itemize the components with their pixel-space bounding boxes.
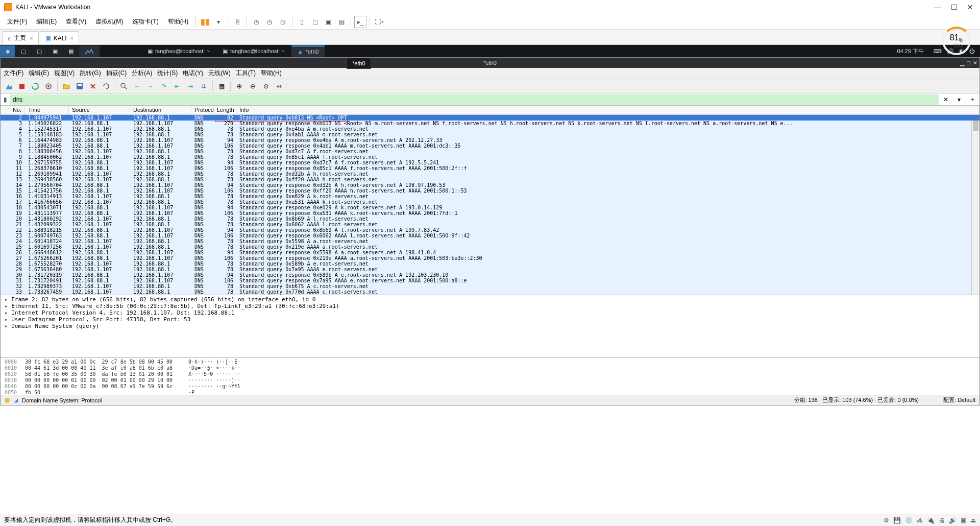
taskbtn-ws[interactable]: [79, 45, 100, 57]
task-wireshark[interactable]: ▲*eth0: [291, 45, 325, 57]
console-button[interactable]: ▸_: [354, 16, 366, 28]
stop-button[interactable]: [16, 80, 28, 92]
packet-row[interactable]: 221.588918215192.168.88.1192.168.1.107DN…: [1, 227, 979, 233]
menu-item[interactable]: 文件(F): [3, 15, 31, 28]
packet-row[interactable]: 161.416314913192.168.1.107192.168.88.1DN…: [1, 194, 979, 199]
packet-row[interactable]: 181.430543071192.168.88.1192.168.1.107DN…: [1, 205, 979, 210]
packet-row[interactable]: 291.675636480192.168.1.107192.168.88.1DN…: [1, 267, 979, 272]
close-icon[interactable]: ×: [30, 35, 33, 41]
packet-details[interactable]: Frame 2: 82 bytes on wire (656 bits), 82…: [1, 295, 979, 358]
device-icon[interactable]: 💾: [893, 517, 901, 524]
layout3-button[interactable]: ▣: [322, 16, 334, 28]
ws-maximize[interactable]: ◻: [966, 60, 971, 66]
ws-menu-item[interactable]: 无线(W): [208, 69, 230, 78]
status-profile[interactable]: 配置: Default: [943, 396, 975, 404]
packet-row[interactable]: 61.164474983192.168.88.1192.168.1.107DNS…: [1, 137, 979, 143]
clock2-icon[interactable]: ◷: [263, 16, 276, 28]
packet-row[interactable]: 171.416766656192.168.1.107192.168.88.1DN…: [1, 199, 979, 205]
ws-menu-item[interactable]: 工具(T): [236, 69, 256, 78]
packet-row[interactable]: 321.732980373192.168.1.107192.168.88.1DN…: [1, 283, 979, 289]
ws-minimize[interactable]: ▁: [960, 60, 964, 66]
packet-row[interactable]: 151.415421756192.168.88.1192.168.1.107DN…: [1, 188, 979, 194]
go-forward-button[interactable]: →: [144, 80, 157, 92]
detail-tree-item[interactable]: Internet Protocol Version 4, Src: 192.16…: [5, 309, 975, 316]
zoom-reset-button[interactable]: ⊜: [260, 80, 272, 92]
bookmark-icon[interactable]: ▮: [1, 94, 10, 105]
packet-row[interactable]: 301.731720319192.168.88.1192.168.1.107DN…: [1, 272, 979, 278]
layout1-button[interactable]: ▯: [296, 16, 308, 28]
packet-row[interactable]: 331.733267459192.168.1.107192.168.88.1DN…: [1, 289, 979, 295]
device-icon[interactable]: 🖧: [917, 517, 923, 524]
keyboard-icon[interactable]: ⌨: [934, 48, 942, 55]
packet-row[interactable]: 31.145026822192.168.88.1192.168.1.107DNS…: [1, 121, 979, 126]
pause-button[interactable]: ▮▮: [199, 16, 211, 28]
clock3-icon[interactable]: ◷: [277, 16, 289, 28]
go-last-button[interactable]: ⇥: [184, 80, 197, 92]
packet-list-header[interactable]: No. Time Source Destination Protocol Len…: [1, 106, 979, 115]
detail-tree-item[interactable]: Domain Name System (query): [5, 323, 975, 329]
clock1-icon[interactable]: ◷: [250, 16, 262, 28]
close-button[interactable]: ✕: [967, 4, 974, 11]
minimize-button[interactable]: —: [934, 4, 941, 11]
task-terminal-2[interactable]: ▣tanghao@localhost: ~: [216, 45, 291, 57]
device-icon[interactable]: 🔊: [949, 517, 957, 524]
packet-row[interactable]: 201.431800292192.168.1.107192.168.88.1DN…: [1, 216, 979, 222]
packet-row[interactable]: 111.268378610192.168.88.1192.168.1.107DN…: [1, 165, 979, 171]
colorize-button[interactable]: ▦: [215, 80, 228, 92]
menu-item[interactable]: 虚拟机(M): [91, 15, 127, 28]
ws-menu-item[interactable]: 统计(S): [157, 69, 178, 78]
ws-menu-item[interactable]: 捕获(C): [106, 69, 127, 78]
packet-row[interactable]: 241.601418724192.168.1.107192.168.88.1DN…: [1, 238, 979, 244]
packet-row[interactable]: 121.269109941192.168.1.107192.168.88.1DN…: [1, 171, 979, 177]
task-terminal-1[interactable]: ▣tanghao@localhost: ~: [141, 45, 216, 57]
packet-row[interactable]: 271.675266201192.168.88.1192.168.1.107DN…: [1, 255, 979, 261]
packet-row[interactable]: 41.152745317192.168.1.107192.168.88.1DNS…: [1, 126, 979, 132]
taskbtn-2[interactable]: ▢: [32, 45, 47, 57]
menu-item[interactable]: 编辑(E): [32, 15, 61, 28]
options-button[interactable]: [42, 80, 55, 92]
power-icon[interactable]: ⏻: [969, 48, 975, 55]
device-icon[interactable]: 🔌: [927, 517, 935, 524]
packet-row[interactable]: 101.267159755192.168.88.1192.168.1.107DN…: [1, 160, 979, 165]
power-dropdown[interactable]: ▾: [212, 16, 225, 28]
packet-row[interactable]: 251.601697256192.168.1.107192.168.88.1DN…: [1, 244, 979, 250]
layout4-button[interactable]: ▤: [335, 16, 348, 28]
maximize-button[interactable]: ☐: [950, 4, 958, 11]
add-filter-button[interactable]: ＋: [966, 93, 978, 106]
apply-filter-button[interactable]: ▾: [953, 93, 965, 106]
taskbtn-1[interactable]: ▢: [16, 45, 31, 57]
tab-home[interactable]: ⌂ 主页 ×: [2, 31, 39, 44]
expert-led-icon[interactable]: [5, 398, 10, 403]
ws-close[interactable]: ✕: [973, 60, 977, 66]
device-icon[interactable]: 💿: [905, 517, 913, 524]
taskbtn-3[interactable]: ▣: [47, 45, 63, 57]
restart-button[interactable]: [29, 80, 41, 92]
ws-menu-item[interactable]: 分析(A): [132, 69, 152, 78]
taskbtn-4[interactable]: ▦: [63, 45, 79, 57]
packet-row[interactable]: 91.188450062192.168.1.107192.168.88.1DNS…: [1, 154, 979, 160]
layout2-button[interactable]: ▢: [309, 16, 321, 28]
detail-tree-item[interactable]: User Datagram Protocol, Src Port: 47358,…: [5, 316, 975, 323]
tab-kali[interactable]: ▣ KALI ×: [40, 31, 79, 44]
zoom-in-button[interactable]: ⊕: [233, 80, 246, 92]
ws-menu-item[interactable]: 文件(F): [4, 69, 23, 78]
packet-row[interactable]: 281.675528270192.168.1.107192.168.88.1DN…: [1, 261, 979, 267]
packet-row[interactable]: 261.666448612192.168.88.1192.168.1.107DN…: [1, 250, 979, 255]
packet-row[interactable]: 141.279560704192.168.88.1192.168.1.107DN…: [1, 182, 979, 188]
menu-item[interactable]: 查看(V): [62, 15, 90, 28]
device-icon[interactable]: ⏏: [970, 517, 976, 524]
autoscroll-button[interactable]: ⇊: [198, 80, 210, 92]
clear-filter-button[interactable]: ✕: [940, 93, 952, 106]
find-button[interactable]: [118, 80, 130, 92]
close-icon[interactable]: ×: [70, 35, 74, 41]
fullscreen-button[interactable]: ⛶▾: [373, 16, 385, 28]
ws-menu-item[interactable]: 帮助(H): [261, 69, 282, 78]
device-icon[interactable]: 🖨: [939, 517, 945, 524]
detail-tree-item[interactable]: Frame 2: 82 bytes on wire (656 bits), 82…: [5, 296, 975, 303]
clock[interactable]: 04:29 下午: [893, 47, 928, 55]
device-icon[interactable]: ⚙: [884, 517, 889, 524]
packet-row[interactable]: 311.731720491192.168.88.1192.168.1.107DN…: [1, 278, 979, 283]
snapshot-button[interactable]: ⎘: [231, 16, 243, 28]
packet-row[interactable]: 51.153148183192.168.1.107192.168.88.1DNS…: [1, 132, 979, 137]
packet-bytes[interactable]: 0000 0010 0020 0030 0040 0050 30 fc 68 e…: [1, 358, 979, 395]
